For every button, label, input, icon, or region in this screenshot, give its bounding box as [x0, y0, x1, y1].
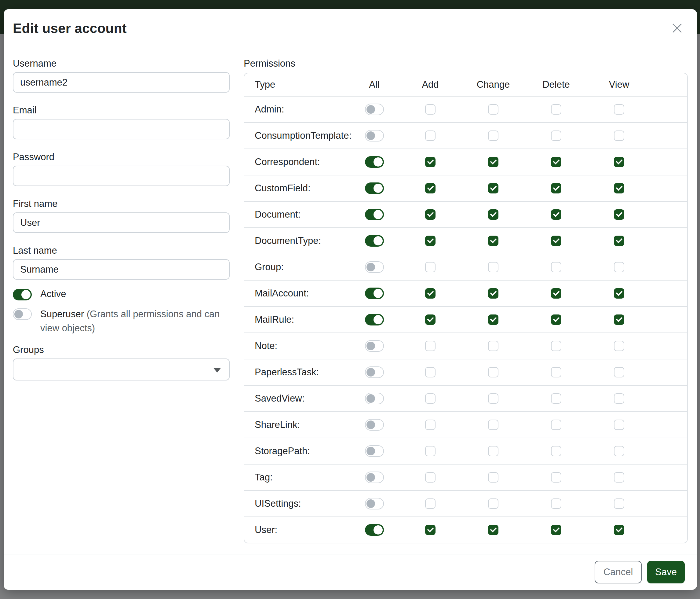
permission-change-checkbox[interactable]: [488, 499, 498, 509]
permission-all-toggle[interactable]: [365, 393, 384, 404]
permission-change-checkbox[interactable]: [488, 367, 498, 378]
permission-view-checkbox[interactable]: [614, 314, 624, 325]
permission-add-checkbox[interactable]: [425, 367, 435, 378]
permission-all-toggle[interactable]: [365, 314, 384, 326]
permission-view-checkbox[interactable]: [614, 236, 624, 246]
permission-add-checkbox[interactable]: [425, 130, 435, 141]
permission-change-checkbox[interactable]: [488, 525, 498, 535]
permission-change-checkbox[interactable]: [488, 314, 498, 325]
permission-view-checkbox[interactable]: [614, 420, 624, 430]
permission-delete-checkbox[interactable]: [551, 288, 561, 298]
permission-change-checkbox[interactable]: [488, 209, 498, 220]
permission-delete-checkbox[interactable]: [551, 104, 561, 115]
permission-add-checkbox[interactable]: [425, 393, 435, 404]
permission-all-toggle[interactable]: [365, 156, 384, 168]
permission-add-cell: [399, 288, 462, 298]
permission-delete-checkbox[interactable]: [551, 183, 561, 193]
superuser-toggle[interactable]: [13, 308, 32, 320]
permission-add-checkbox[interactable]: [425, 157, 435, 167]
permission-all-toggle[interactable]: [365, 445, 384, 457]
permission-delete-checkbox[interactable]: [551, 130, 561, 141]
permission-change-checkbox[interactable]: [488, 236, 498, 246]
permission-all-toggle[interactable]: [365, 288, 384, 299]
permission-all-toggle[interactable]: [365, 366, 384, 378]
permission-view-checkbox[interactable]: [614, 367, 624, 378]
permission-delete-checkbox[interactable]: [551, 525, 561, 535]
permission-delete-checkbox[interactable]: [551, 393, 561, 404]
permission-view-checkbox[interactable]: [614, 130, 624, 141]
permission-delete-checkbox[interactable]: [551, 341, 561, 351]
permission-view-checkbox[interactable]: [614, 183, 624, 193]
permission-all-toggle[interactable]: [365, 235, 384, 247]
email-field[interactable]: [13, 119, 230, 139]
permission-all-toggle[interactable]: [365, 103, 384, 115]
permission-change-checkbox[interactable]: [488, 104, 498, 115]
permission-delete-checkbox[interactable]: [551, 499, 561, 509]
permission-all-toggle[interactable]: [365, 498, 384, 509]
permission-all-toggle[interactable]: [365, 524, 384, 536]
permission-view-checkbox[interactable]: [614, 209, 624, 220]
permission-delete-checkbox[interactable]: [551, 262, 561, 272]
permission-all-toggle[interactable]: [365, 419, 384, 431]
permission-view-checkbox[interactable]: [614, 104, 624, 115]
permission-change-checkbox[interactable]: [488, 420, 498, 430]
permission-add-checkbox[interactable]: [425, 525, 435, 535]
permission-delete-checkbox[interactable]: [551, 446, 561, 456]
permission-add-checkbox[interactable]: [425, 314, 435, 325]
permission-all-toggle[interactable]: [365, 261, 384, 273]
permission-change-checkbox[interactable]: [488, 288, 498, 298]
permission-add-checkbox[interactable]: [425, 104, 435, 115]
permission-view-checkbox[interactable]: [614, 472, 624, 483]
permission-all-toggle[interactable]: [365, 472, 384, 483]
permission-all-toggle[interactable]: [365, 340, 384, 352]
permission-add-checkbox[interactable]: [425, 499, 435, 509]
groups-select[interactable]: [13, 358, 230, 381]
permission-add-checkbox[interactable]: [425, 183, 435, 193]
permission-delete-checkbox[interactable]: [551, 209, 561, 220]
last-name-field[interactable]: [13, 259, 230, 280]
permission-view-checkbox[interactable]: [614, 341, 624, 351]
permission-view-checkbox[interactable]: [614, 499, 624, 509]
first-name-field[interactable]: [13, 212, 230, 233]
permission-change-checkbox[interactable]: [488, 341, 498, 351]
permission-add-checkbox[interactable]: [425, 209, 435, 220]
permission-view-checkbox[interactable]: [614, 157, 624, 167]
permission-add-checkbox[interactable]: [425, 288, 435, 298]
permission-delete-checkbox[interactable]: [551, 236, 561, 246]
permission-add-checkbox[interactable]: [425, 341, 435, 351]
username-input[interactable]: [13, 72, 230, 93]
permission-change-checkbox[interactable]: [488, 130, 498, 141]
permission-delete-cell: [525, 472, 588, 483]
permission-delete-checkbox[interactable]: [551, 157, 561, 167]
close-button[interactable]: [670, 21, 685, 36]
active-toggle[interactable]: [13, 289, 32, 301]
permission-view-checkbox[interactable]: [614, 446, 624, 456]
permission-add-checkbox[interactable]: [425, 446, 435, 456]
permission-all-toggle[interactable]: [365, 130, 384, 142]
permission-delete-checkbox[interactable]: [551, 420, 561, 430]
permission-view-checkbox[interactable]: [614, 393, 624, 404]
permission-add-checkbox[interactable]: [425, 472, 435, 483]
cancel-button[interactable]: Cancel: [595, 561, 642, 583]
permission-change-checkbox[interactable]: [488, 472, 498, 483]
permission-delete-checkbox[interactable]: [551, 472, 561, 483]
permission-change-checkbox[interactable]: [488, 157, 498, 167]
permission-all-toggle[interactable]: [365, 209, 384, 220]
permission-row: CustomField:: [244, 175, 687, 201]
permission-add-checkbox[interactable]: [425, 236, 435, 246]
permission-view-checkbox[interactable]: [614, 262, 624, 272]
permission-change-checkbox[interactable]: [488, 183, 498, 193]
permission-delete-checkbox[interactable]: [551, 367, 561, 378]
permission-change-checkbox[interactable]: [488, 393, 498, 404]
permission-view-checkbox[interactable]: [614, 288, 624, 298]
permission-view-checkbox[interactable]: [614, 525, 624, 535]
password-field[interactable]: [13, 166, 230, 186]
permission-add-checkbox[interactable]: [425, 420, 435, 430]
permission-all-cell: [350, 366, 399, 378]
permission-delete-checkbox[interactable]: [551, 314, 561, 325]
permission-all-toggle[interactable]: [365, 183, 384, 194]
save-button[interactable]: Save: [647, 561, 685, 583]
permission-add-checkbox[interactable]: [425, 262, 435, 272]
permission-change-checkbox[interactable]: [488, 446, 498, 456]
permission-change-checkbox[interactable]: [488, 262, 498, 272]
